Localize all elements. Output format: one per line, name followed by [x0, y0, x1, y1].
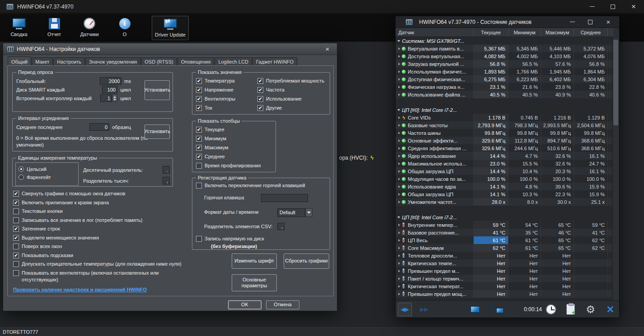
sensor-row[interactable]: Модуляция часов по за...100.0 %100.0 %10…: [396, 175, 614, 183]
remote-monitoring-button[interactable]: [490, 303, 504, 316]
chevron-right-icon[interactable]: [398, 47, 400, 50]
toolbar-button-report[interactable]: Отчет: [40, 16, 69, 40]
tab-1[interactable]: Макет: [32, 57, 53, 65]
column-header-3[interactable]: Максимум: [541, 28, 574, 37]
sensor-group-header[interactable]: ЦП [#0]: Intel Core i7-2...: [396, 213, 614, 221]
sensor-row[interactable]: Критическая температ...НетНетНет: [396, 282, 614, 290]
datetime-format-select[interactable]: Default: [277, 208, 313, 217]
chevron-down-icon[interactable]: [397, 40, 400, 42]
set-polling-button[interactable]: Установить: [145, 80, 170, 100]
dialog-close-button[interactable]: ×: [322, 45, 333, 53]
show-value-checkbox[interactable]: ✔Потребляемая мощность: [257, 78, 326, 84]
csv-separator-input[interactable]: [277, 223, 285, 230]
general-option-checkbox[interactable]: Допускать отрицательные температуры (для…: [13, 261, 189, 267]
chevron-right-icon[interactable]: [398, 124, 400, 127]
chevron-right-icon[interactable]: [398, 116, 400, 119]
show-value-checkbox[interactable]: ✔Напряжение: [196, 87, 257, 93]
ok-button[interactable]: OK: [228, 300, 261, 309]
hotkey-input[interactable]: [261, 194, 308, 202]
sensor-row[interactable]: Внутренние темпер...59 °C54 °C65 °C59 °C: [396, 221, 614, 229]
chevron-right-icon[interactable]: [398, 147, 400, 150]
chevron-right-icon[interactable]: [398, 70, 400, 73]
chevron-down-icon[interactable]: [305, 208, 313, 217]
show-column-checkbox[interactable]: ✔Минимум: [196, 135, 272, 142]
chevron-right-icon[interactable]: [398, 201, 400, 203]
radio-celsius[interactable]: Цельсий: [19, 165, 75, 173]
chevron-right-icon[interactable]: [398, 270, 400, 272]
chevron-right-icon[interactable]: [398, 78, 400, 81]
toolbar-button-sensors[interactable]: Датчики: [75, 16, 104, 40]
radio-fahrenheit[interactable]: Фаренгейт: [19, 173, 75, 181]
sensor-group-header[interactable]: ЦП [#0]: Intel Core i7-2...: [396, 106, 614, 114]
chevron-right-icon[interactable]: [398, 132, 400, 134]
show-value-checkbox[interactable]: ✔Другие: [257, 105, 326, 111]
nav-arrows-button[interactable]: ◀▶: [398, 303, 412, 316]
sensor-row[interactable]: Базовые частоты2,793.9 МГц798.3 МГц2,993…: [396, 121, 614, 129]
chevron-right-icon[interactable]: [398, 139, 400, 142]
sensor-row[interactable]: Использование файла ...40.5 %40.5 %40.9 …: [396, 91, 614, 98]
show-column-checkbox[interactable]: Время профилирования: [196, 162, 272, 169]
chevron-right-icon[interactable]: [398, 193, 400, 196]
chevron-right-icon[interactable]: [398, 262, 400, 265]
sensor-row[interactable]: Core Максимум62 °C61 °C65 °C62 °C: [396, 244, 614, 252]
toolbar-button-about[interactable]: О: [110, 16, 139, 40]
sensors-minimize-button[interactable]: [563, 17, 581, 28]
chevron-right-icon[interactable]: [398, 277, 400, 280]
general-option-checkbox[interactable]: ✔Затенение строк: [13, 226, 189, 232]
sensor-group-header[interactable]: Система: MSI GX780/GT...: [396, 37, 614, 45]
sensor-row[interactable]: Максимальное использ...23.0 %15.5 %32.6 …: [396, 160, 614, 167]
tab-6[interactable]: Logitech LCD: [215, 57, 252, 65]
cancel-button[interactable]: Отмена: [266, 300, 299, 309]
sensor-row[interactable]: Превышен предел мощ...НетНетНет: [396, 290, 614, 298]
sensor-row[interactable]: Общая загрузка ЦП14.4 %10.4 %20.3 %16.1 …: [396, 167, 614, 175]
chevron-right-icon[interactable]: [398, 155, 400, 157]
reset-graphs-button[interactable]: Сбросить графики: [284, 253, 329, 269]
general-option-checkbox[interactable]: ✔Свернуть графики с помощью окна датчико…: [13, 190, 189, 197]
tab-2[interactable]: Настроить: [53, 57, 85, 65]
direct-write-checkbox[interactable]: Запись напрямую на диск: [196, 235, 264, 242]
tab-3[interactable]: Значок уведомления: [85, 57, 140, 65]
general-option-checkbox[interactable]: Текстовые кнопки: [13, 208, 189, 215]
settings-dialog-titlebar[interactable]: HWiNFO64 - Настройки датчиков ×: [3, 43, 337, 55]
sensors-titlebar[interactable]: HWiNFO64 v7.37-4970 - Состояние датчиков…: [396, 16, 619, 28]
show-column-checkbox[interactable]: ✔Среднее: [196, 153, 272, 160]
logging-start-button[interactable]: [564, 303, 578, 316]
averaging-input[interactable]: [89, 123, 109, 131]
sensor-row[interactable]: Средняя эффективная ...329.6 МГц244.6 МГ…: [396, 144, 614, 152]
chevron-right-icon[interactable]: [398, 185, 400, 188]
sensor-row[interactable]: Базовое расстояние...41 °C35 °C46 °C41 °…: [396, 229, 614, 236]
chevron-right-icon[interactable]: [398, 93, 400, 96]
toolbar-button-summary[interactable]: Сводка: [5, 16, 33, 40]
general-option-checkbox[interactable]: ✔Выделите меняющиеся значения: [13, 235, 189, 241]
sensor-row[interactable]: Ядер использование14.4 %4.7 %32.6 %16.1 …: [396, 152, 614, 160]
chevron-down-icon[interactable]: [397, 216, 400, 218]
general-option-checkbox[interactable]: ✔Включить прилипание к краям экрана: [13, 199, 189, 206]
general-option-checkbox[interactable]: Записывать все значения в лог (потребляе…: [13, 217, 189, 224]
global-polling-input[interactable]: [100, 77, 121, 85]
maximize-button[interactable]: [602, 0, 623, 13]
sensor-row[interactable]: ЦП Весь61 °C61 °C65 °C62 °C: [396, 236, 614, 244]
chevron-right-icon[interactable]: [398, 254, 400, 257]
sensor-row[interactable]: Использование ядра14.1 %4.8 %39.6 %15.9 …: [396, 183, 614, 190]
main-parameters-button[interactable]: Основные параметры: [232, 274, 277, 291]
tab-0[interactable]: Общий: [8, 56, 31, 65]
column-header-2[interactable]: Минимум: [509, 28, 541, 37]
clock-button[interactable]: [544, 303, 558, 316]
thousands-separator-input[interactable]: [163, 177, 170, 184]
chevron-right-icon[interactable]: [398, 231, 400, 234]
decimal-separator-input[interactable]: [163, 166, 170, 174]
column-header-0[interactable]: Датчик: [396, 28, 474, 37]
chevron-down-icon[interactable]: [397, 109, 400, 111]
general-option-checkbox[interactable]: Поверх всех окон: [13, 243, 189, 250]
minimize-button[interactable]: [582, 0, 602, 13]
close-button[interactable]: ×: [623, 0, 644, 13]
sensor-row[interactable]: Доступна виртуальная...4,082 МБ4,002 МБ4…: [396, 52, 614, 60]
set-averaging-button[interactable]: Установить: [145, 124, 170, 139]
smart-polling-input[interactable]: [102, 86, 117, 93]
sensor-row[interactable]: Доступная физическая...6,275 МБ6,223 МБ6…: [396, 75, 614, 83]
chevron-right-icon[interactable]: [398, 63, 400, 65]
sensors-maximize-button[interactable]: [581, 17, 599, 28]
chevron-right-icon[interactable]: [398, 55, 400, 58]
tab-5[interactable]: Оповещения: [177, 57, 215, 65]
tab-7[interactable]: Гаджет HWiNFO: [252, 57, 297, 65]
